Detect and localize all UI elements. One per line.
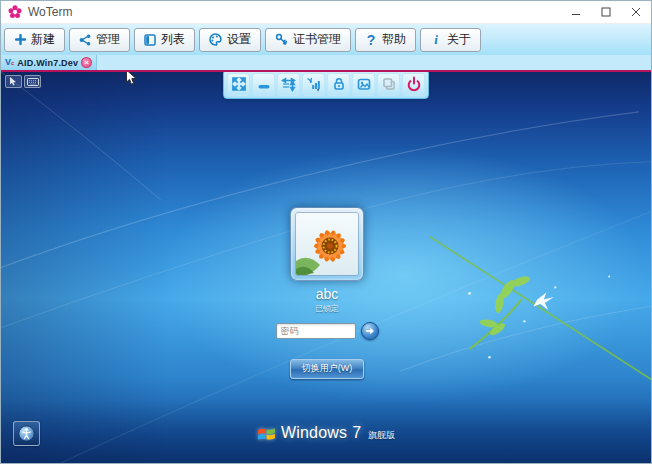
switch-user-button[interactable]: 切换用户(W) (290, 359, 365, 379)
mouse-cursor (125, 72, 137, 86)
tab-bar: Vc AID.Win7.Dev × (1, 55, 651, 72)
vnc-session-icon: Vc (5, 58, 14, 67)
settings-button[interactable]: 设置 (199, 28, 261, 52)
minimize-session-icon (256, 76, 272, 92)
certificate-button-label: 证书管理 (293, 31, 341, 48)
password-input[interactable] (276, 323, 356, 339)
tab-aid-win7-dev[interactable]: Vc AID.Win7.Dev × (1, 55, 97, 70)
ease-of-access-button[interactable] (13, 421, 40, 446)
help-button[interactable]: ? 帮助 (355, 28, 416, 52)
manage-button[interactable]: 管理 (69, 28, 130, 52)
network-signal-button[interactable] (302, 73, 325, 96)
plus-icon (14, 34, 26, 45)
pointer-mode-button[interactable] (5, 75, 22, 88)
remote-desktop-view[interactable]: abc 已锁定 切换用户(W) Windows7 (1, 72, 651, 463)
info-icon: i (430, 33, 442, 46)
app-window: WoTerm 新建 管理 列表 设置 证书管理 ? 帮 (0, 0, 652, 464)
help-button-label: 帮助 (382, 31, 406, 48)
session-toolbar (223, 72, 429, 99)
lock-icon (331, 76, 347, 92)
tab-label: AID.Win7.Dev (17, 58, 78, 68)
lock-status-label: 已锁定 (315, 303, 339, 314)
tab-close-icon[interactable]: × (81, 57, 92, 68)
woterm-logo-icon (8, 5, 22, 19)
pointer-icon (9, 77, 18, 86)
login-submit-button[interactable] (361, 322, 379, 340)
minimize-session-button[interactable] (252, 73, 275, 96)
windows-branding: Windows7 旗舰版 (1, 424, 651, 442)
about-button[interactable]: i 关于 (420, 28, 481, 52)
share-icon (79, 34, 91, 46)
fit-size-icon (281, 76, 297, 92)
accessibility-icon (18, 425, 35, 442)
manage-button-label: 管理 (96, 31, 120, 48)
fullscreen-button[interactable] (227, 73, 250, 96)
login-panel: abc 已锁定 切换用户(W) (227, 207, 427, 379)
certificate-button[interactable]: 证书管理 (265, 28, 351, 52)
fit-size-button[interactable] (277, 73, 300, 96)
palette-icon (209, 33, 222, 46)
window-controls (561, 1, 651, 23)
list-button[interactable]: 列表 (134, 28, 195, 52)
question-icon: ? (365, 33, 377, 47)
title-bar: WoTerm (1, 1, 651, 23)
maximize-icon[interactable] (591, 1, 621, 23)
new-button-label: 新建 (31, 31, 55, 48)
power-icon (406, 76, 422, 92)
new-button[interactable]: 新建 (4, 28, 65, 52)
settings-button-label: 设置 (227, 31, 251, 48)
arrow-right-icon (365, 326, 375, 336)
keyboard-icon (27, 78, 39, 86)
network-signal-icon (306, 76, 322, 92)
bird-art (533, 292, 553, 309)
about-button-label: 关于 (447, 31, 471, 48)
lock-input-button[interactable] (327, 73, 350, 96)
screenshot-button[interactable] (352, 73, 375, 96)
clone-session-button[interactable] (377, 73, 400, 96)
key-icon (275, 33, 288, 46)
brand-edition-text: 旗舰版 (368, 429, 395, 442)
main-toolbar: 新建 管理 列表 设置 证书管理 ? 帮助 i 关于 (1, 23, 651, 55)
minimize-icon[interactable] (561, 1, 591, 23)
username-label: abc (316, 286, 339, 302)
avatar[interactable] (290, 207, 364, 281)
virtual-keyboard-button[interactable] (24, 75, 41, 88)
password-row (276, 322, 379, 340)
screenshot-icon (356, 76, 372, 92)
clone-icon (381, 76, 397, 92)
avatar-flower-image (296, 213, 359, 276)
brand-windows-text: Windows (281, 424, 347, 442)
fullscreen-icon (231, 76, 247, 92)
brand-version-text: 7 (352, 424, 361, 442)
power-button[interactable] (402, 73, 425, 96)
list-icon (144, 34, 156, 46)
window-title: WoTerm (28, 5, 72, 19)
list-button-label: 列表 (161, 31, 185, 48)
close-icon[interactable] (621, 1, 651, 23)
windows-flag-icon (257, 425, 276, 442)
